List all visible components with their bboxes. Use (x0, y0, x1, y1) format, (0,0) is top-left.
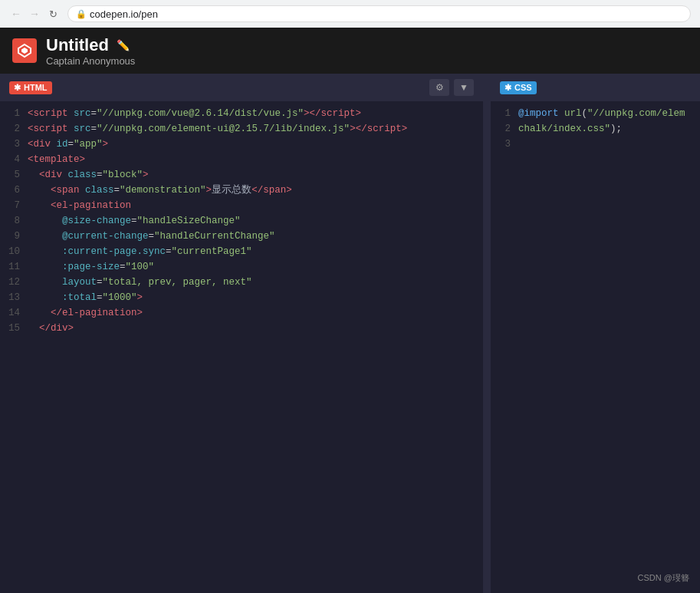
title-group: Untitled ✏️ Captain Anonymous (46, 35, 135, 67)
browser-chrome: ← → ↻ 🔒 codepen.io/pen (0, 0, 700, 28)
nav-buttons: ← → ↻ (9, 7, 60, 21)
code-line: 1 <script src="//unpkg.com/vue@2.6.14/di… (0, 106, 483, 121)
back-button[interactable]: ← (9, 7, 23, 21)
code-line: 7 <el-pagination (0, 198, 483, 213)
lock-icon: 🔒 (76, 9, 87, 19)
html-panel-actions: ⚙ ▼ (429, 79, 474, 96)
code-line: 8 @size-change="handleSizeChange" (0, 213, 483, 229)
html-scrollbar[interactable] (483, 74, 491, 593)
url-text: codepen.io/pen (90, 8, 158, 20)
forward-button[interactable]: → (28, 7, 41, 21)
html-panel: ✱ HTML ⚙ ▼ 1 <script src="//unpkg.com/vu… (0, 74, 483, 593)
settings-button[interactable]: ⚙ (429, 79, 449, 96)
html-badge-label: HTML (24, 83, 48, 92)
app-logo (12, 38, 37, 63)
collapse-button[interactable]: ▼ (454, 79, 474, 96)
code-line: 5 <div class="block"> (0, 167, 483, 183)
css-badge: ✱ CSS (500, 81, 537, 94)
code-line: 10 :current-page.sync="currentPage1" (0, 244, 483, 259)
code-line: 6 <span class="demonstration">显示总数</span… (0, 183, 483, 198)
css-panel: ✱ CSS 1 @import url("//unpkg.com/elem 2 … (491, 74, 700, 593)
address-bar[interactable]: 🔒 codepen.io/pen (67, 5, 691, 22)
code-line: 13 :total="1000"> (0, 290, 483, 305)
code-line: 15 </div> (0, 321, 483, 336)
code-line: 14 </el-pagination> (0, 305, 483, 321)
html-badge: ✱ HTML (9, 81, 52, 94)
code-line: 11 :page-size="100" (0, 259, 483, 275)
refresh-button[interactable]: ↻ (46, 7, 60, 21)
css-panel-header: ✱ CSS (491, 74, 700, 101)
main-area: ✱ HTML ⚙ ▼ 1 <script src="//unpkg.com/vu… (0, 74, 700, 593)
code-line: 12 layout="total, prev, pager, next" (0, 275, 483, 290)
svg-marker-1 (21, 48, 28, 54)
css-badge-label: CSS (514, 83, 532, 92)
html-badge-star: ✱ (14, 83, 21, 93)
app-header: Untitled ✏️ Captain Anonymous (0, 28, 700, 74)
code-line: 2 <script src="//unpkg.com/element-ui@2.… (0, 121, 483, 137)
html-code-area[interactable]: 1 <script src="//unpkg.com/vue@2.6.14/di… (0, 101, 483, 593)
app-subtitle: Captain Anonymous (46, 55, 135, 67)
code-line: 3 <div id="app"> (0, 137, 483, 152)
css-code-area[interactable]: 1 @import url("//unpkg.com/elem 2 chalk/… (491, 101, 700, 593)
code-line: 1 @import url("//unpkg.com/elem (491, 106, 700, 121)
code-line: 3 (491, 137, 700, 152)
code-line: 2 chalk/index.css"); (491, 121, 700, 137)
edit-icon[interactable]: ✏️ (117, 39, 130, 51)
code-line: 9 @current-change="handleCurrentChange" (0, 229, 483, 244)
css-badge-star: ✱ (504, 83, 511, 93)
html-panel-header: ✱ HTML ⚙ ▼ (0, 74, 483, 101)
code-line: 4 <template> (0, 152, 483, 167)
watermark: CSDN @琝簪 (638, 572, 689, 584)
app-title: Untitled (46, 35, 109, 55)
